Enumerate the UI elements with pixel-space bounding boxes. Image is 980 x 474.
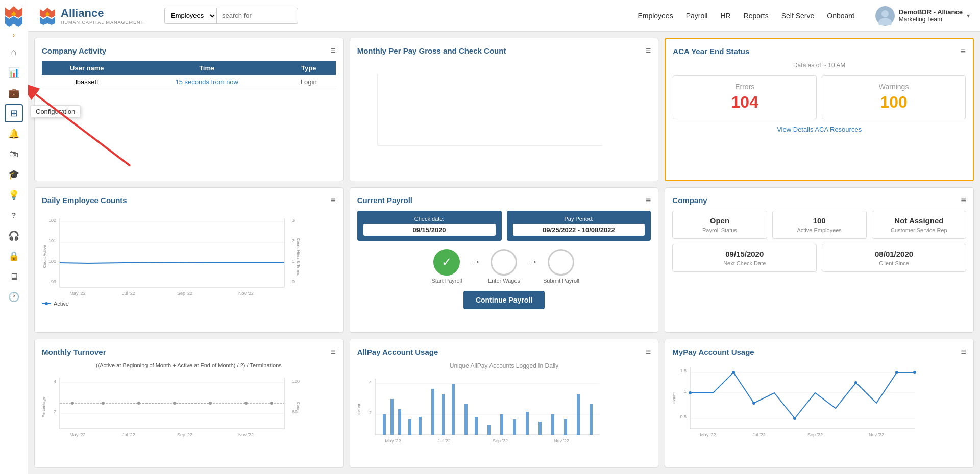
svg-point-95 [689,391,692,394]
step-arrow-1: → [470,255,481,268]
help-icon: ? [12,211,16,219]
monthly-per-pay-chart [357,61,651,158]
user-avatar [875,6,895,26]
svg-text:Count: Count [357,403,361,414]
sidebar-item-shop[interactable]: 🛍 [5,145,23,163]
company-menu[interactable]: ≡ [961,195,966,206]
svg-text:Sep '22: Sep '22 [177,291,192,296]
sidebar: › ⌂ 📊 💼 ⊞ Configuration 🔔 🛍 🎓 💡 ? 🎧 🔒 🖥 … [0,0,28,474]
payroll-status-value: Open [677,216,762,225]
company-stats-grid: Open Payroll Status 100 Active Employees… [672,211,966,239]
step-submit-label: Submit Payroll [543,278,579,284]
svg-rect-80 [577,394,580,435]
company-csr: Not Assigned Customer Service Rep [872,211,966,239]
svg-rect-72 [475,417,478,435]
sidebar-item-home[interactable]: ⌂ [5,43,23,61]
sidebar-item-clock[interactable]: 🕐 [5,288,23,306]
check-date-box: Check date: 09/15/2020 [357,211,502,241]
sidebar-item-lightbulb[interactable]: 💡 [5,186,23,204]
sidebar-item-graduation[interactable]: 🎓 [5,165,23,184]
svg-text:Sep '22: Sep '22 [807,432,823,437]
sidebar-item-lock[interactable]: 🔒 [5,247,23,265]
svg-point-49 [244,402,248,405]
sidebar-logo[interactable] [3,5,24,27]
svg-text:100: 100 [48,259,56,264]
nav-onboard[interactable]: Onboard [827,12,854,20]
svg-point-47 [173,402,176,405]
sidebar-item-charts[interactable]: 📊 [5,63,23,82]
charts-icon: 📊 [8,67,19,78]
continue-payroll-button[interactable]: Continue Payroll [463,291,545,309]
user-area[interactable]: DemoBDR - Alliance Marketing Team ▾ [875,6,970,26]
svg-text:Jul '22: Jul '22 [122,291,135,296]
aca-view-details-link[interactable]: View Details ACA Resources [673,126,966,133]
sidebar-item-help[interactable]: ? [5,206,23,224]
check-date-value: 09/15/2020 [363,224,496,236]
check-date-label: Check date: [363,216,496,222]
grid-icon: ⊞ [10,108,18,119]
monthly-per-pay-menu[interactable]: ≡ [646,45,651,56]
allpay-chart: 4 2 [357,373,651,445]
monthly-per-pay-title: Monthly Per Pay Gross and Check Count [357,46,506,55]
company-client-since: 08/01/2020 Client Since [822,244,966,272]
company-title: Company [672,196,707,205]
daily-counts-menu[interactable]: ≡ [330,195,336,206]
dashboard: Company Activity ≡ User name Time Type l… [28,32,980,474]
step-start-label: Start Payroll [432,278,462,284]
activity-table: User name Time Type lbassett 15 seconds … [42,61,336,89]
nav-reports[interactable]: Reports [744,12,769,20]
search-input[interactable] [216,8,298,24]
aca-status-card: ACA Year End Status ≡ Data as of ~ 10 AM… [665,38,974,181]
nav-payroll[interactable]: Payroll [686,12,708,20]
svg-point-46 [137,402,140,405]
mypay-svg: 1.5 1 0.5 May '2 [672,362,966,439]
sidebar-item-briefcase[interactable]: 💼 [5,84,23,102]
mypay-card: MyPay Account Usage ≡ 1.5 1 0.5 [665,339,974,468]
svg-text:May '22: May '22 [385,438,401,443]
svg-text:May '22: May '22 [700,432,716,437]
aca-status-menu[interactable]: ≡ [960,46,966,57]
svg-rect-74 [500,414,503,435]
svg-text:Sep '22: Sep '22 [177,432,192,437]
svg-rect-75 [513,419,516,435]
svg-rect-77 [538,422,542,435]
cell-type: Login [282,75,336,89]
allpay-title: AllPay Account Usage [357,347,438,356]
svg-rect-73 [487,425,491,435]
sidebar-item-bell[interactable]: 🔔 [5,124,23,143]
company-active-employees: 100 Active Employees [772,211,867,239]
svg-rect-63 [383,414,386,435]
main-area: Alliance HUMAN CAPITAL MANAGEMENT Employ… [28,0,980,474]
monthly-turnover-card: Monthly Turnover ≡ ((Active at Beginning… [34,339,344,468]
csr-label: Customer Service Rep [876,227,962,233]
headset-icon: 🎧 [8,230,19,241]
svg-text:Count Active: Count Active [42,245,47,268]
nav-employees[interactable]: Employees [638,12,673,20]
header: Alliance HUMAN CAPITAL MANAGEMENT Employ… [28,0,980,32]
svg-text:2: 2 [292,238,295,243]
sidebar-expand-arrow[interactable]: › [13,32,15,39]
aca-errors-label: Errors [680,83,809,91]
company-activity-menu[interactable]: ≡ [330,45,336,56]
nav-hr[interactable]: HR [720,12,730,20]
svg-point-101 [913,371,916,374]
monthly-turnover-menu[interactable]: ≡ [330,346,336,357]
current-payroll-menu[interactable]: ≡ [646,195,651,206]
sidebar-item-configuration[interactable]: ⊞ Configuration [5,104,23,122]
svg-rect-81 [590,404,593,435]
aca-boxes: Errors 104 Warnings 100 [673,75,966,119]
allpay-menu[interactable]: ≡ [646,346,651,357]
sidebar-item-monitor[interactable]: 🖥 [5,267,23,286]
svg-rect-68 [431,389,434,435]
svg-text:99: 99 [51,279,56,284]
nav-selfserve[interactable]: Self Serve [781,12,815,20]
step-start-circle: ✓ [433,249,460,276]
clock-icon: 🕐 [8,291,19,303]
sidebar-item-headset[interactable]: 🎧 [5,227,23,245]
svg-point-50 [270,402,273,405]
svg-point-44 [71,402,74,405]
mypay-menu[interactable]: ≡ [961,346,966,357]
company-next-check: 09/15/2020 Next Check Date [672,244,817,272]
svg-text:Nov '22: Nov '22 [554,438,569,443]
search-dropdown[interactable]: Employees [164,8,216,24]
